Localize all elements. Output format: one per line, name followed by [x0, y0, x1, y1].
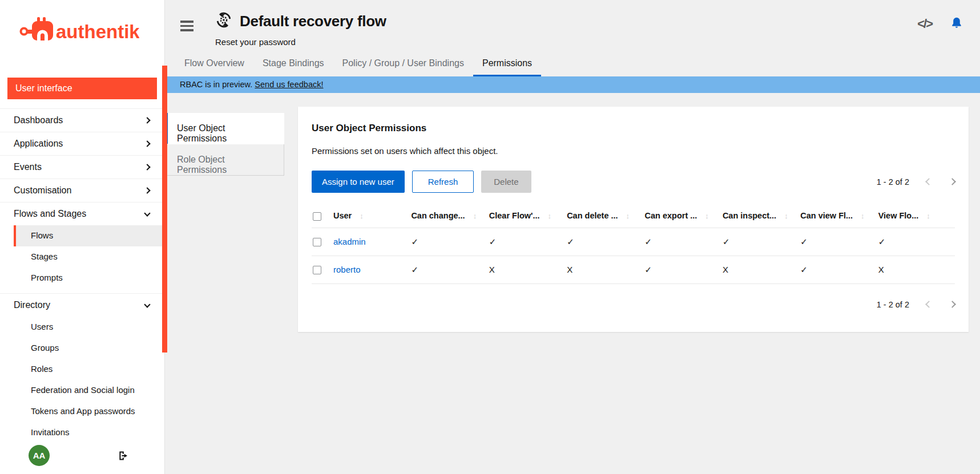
previous-page-icon[interactable]	[925, 301, 933, 308]
banner-feedback-link[interactable]: Send us feedback!	[255, 80, 323, 89]
previous-page-icon[interactable]	[925, 178, 933, 185]
notification-bell-icon[interactable]	[950, 16, 963, 32]
sidebar-subitem[interactable]: Invitations	[14, 422, 164, 440]
sidebar-section-label: Flows and Stages	[14, 209, 86, 219]
subtab-label: Role Object Permissions	[177, 155, 227, 175]
column-header[interactable]: Can view Fl...↕	[799, 204, 877, 228]
pagination-label: 1 - 2 of 2	[877, 300, 909, 309]
logo-key-ring	[21, 29, 27, 35]
permission-cell: ✓	[799, 256, 877, 283]
sort-icon[interactable]: ↕	[360, 212, 364, 220]
main-area: Default recovery flow Reset your passwor…	[164, 0, 980, 474]
sidebar-section: Customisation	[0, 179, 164, 202]
sidebar-accent-strip	[162, 66, 167, 353]
column-header[interactable]: Can delete ...↕	[566, 204, 643, 228]
next-page-icon[interactable]	[949, 301, 956, 308]
banner-text: RBAC is in preview.	[180, 80, 252, 89]
column-header-label: Can inspect...	[723, 211, 776, 220]
sidebar-section: Flows and Stages Flows Stages Prompts	[0, 202, 164, 293]
avatar[interactable]: AA	[29, 445, 50, 466]
pagination-label: 1 - 2 of 2	[877, 177, 909, 187]
select-all-checkbox[interactable]	[313, 212, 321, 221]
table-row: roberto ✓XX✓X✓X	[312, 256, 955, 283]
sidebar-subitem[interactable]: Flows	[14, 225, 164, 246]
sort-icon[interactable]: ↕	[861, 212, 865, 220]
sort-icon[interactable]: ↕	[473, 212, 477, 220]
sort-icon[interactable]: ↕	[626, 212, 630, 220]
sort-icon[interactable]: ↕	[705, 212, 709, 220]
content-area: User Object Permissions Role Object Perm…	[164, 93, 980, 474]
sort-icon[interactable]: ↕	[548, 212, 552, 220]
tab-label: Stage Bindings	[263, 58, 324, 68]
delete-button[interactable]: Delete	[481, 171, 531, 193]
permission-cell: X	[566, 256, 643, 283]
sidebar-section-header[interactable]: Customisation	[0, 179, 164, 202]
sort-icon[interactable]: ↕	[784, 212, 788, 220]
card-title: User Object Permissions	[312, 123, 955, 134]
sidebar-section-label: Events	[14, 162, 42, 172]
user-link[interactable]: roberto	[333, 265, 361, 274]
chevron-icon	[144, 187, 150, 193]
sidebar-section-label: Dashboards	[14, 115, 63, 125]
column-header[interactable]: Can export ...↕	[644, 204, 721, 228]
column-header[interactable]: View Flo...↕	[877, 204, 955, 228]
sidebar-section: Events	[0, 155, 164, 179]
column-header-label: User	[333, 211, 352, 220]
sidebar-subitem[interactable]: Groups	[14, 338, 164, 359]
sidebar-section-children: Flows Stages Prompts	[0, 225, 164, 293]
authentik-logo[interactable]: authentik	[0, 0, 164, 47]
sidebar-subitem[interactable]: Tokens and App passwords	[14, 401, 164, 422]
sidebar: authentik User interface Dashboards Appl…	[0, 0, 164, 474]
chevron-icon	[144, 301, 150, 307]
tab[interactable]: Flow Overview	[175, 52, 253, 76]
assign-to-new-user-button[interactable]: Assign to new user	[312, 171, 405, 193]
sidebar-subitem[interactable]: Prompts	[14, 268, 164, 289]
sidebar-subitem-label: Roles	[31, 364, 53, 374]
sidebar-subitem-label: Flows	[31, 230, 53, 240]
sidebar-footer: AA	[0, 440, 164, 474]
user-link[interactable]: akadmin	[333, 237, 366, 246]
chevron-icon	[144, 140, 150, 147]
tab[interactable]: Policy / Group / User Bindings	[333, 52, 473, 76]
api-code-icon[interactable]: </>	[917, 17, 932, 31]
sidebar-section-header[interactable]: Events	[0, 156, 164, 179]
tab-bar: Flow Overview Stage Bindings Policy / Gr…	[164, 52, 980, 76]
row-checkbox[interactable]	[313, 266, 321, 274]
row-checkbox[interactable]	[313, 238, 321, 246]
column-header[interactable]: Clear Flow'...↕	[488, 204, 566, 228]
subtab[interactable]: User Object Permissions	[166, 113, 284, 144]
permissions-card: User Object Permissions Permissions set …	[298, 107, 969, 332]
refresh-button[interactable]: Refresh	[412, 171, 474, 193]
permissions-table: User↕ Can change...↕ Clear Flow'...↕ Can…	[312, 204, 955, 284]
sidebar-section-header[interactable]: Dashboards	[0, 109, 164, 132]
sidebar-section-header[interactable]: Directory	[0, 294, 164, 317]
sidebar-subitem-label: Prompts	[31, 273, 63, 282]
sidebar-item-user-interface[interactable]: User interface	[7, 78, 157, 99]
column-header-label: Can view Fl...	[800, 211, 853, 220]
sidebar-section-label: Customisation	[14, 185, 71, 196]
permission-cell: X	[877, 256, 955, 283]
page-title: Default recovery flow	[240, 13, 386, 30]
logout-icon[interactable]	[118, 450, 129, 461]
subtab[interactable]: Role Object Permissions	[166, 144, 284, 176]
sidebar-section-header[interactable]: Applications	[0, 132, 164, 155]
sort-icon[interactable]: ↕	[926, 212, 930, 220]
sidebar-section: Directory Users Groups Roles Federation …	[0, 293, 164, 440]
sidebar-subitem[interactable]: Federation and Social login	[14, 380, 164, 401]
column-header-label: Can change...	[411, 211, 465, 220]
next-page-icon[interactable]	[949, 178, 956, 185]
sidebar-section: Applications	[0, 132, 164, 155]
column-header[interactable]: Can inspect...↕	[721, 204, 799, 228]
tab[interactable]: Permissions	[473, 52, 541, 76]
column-header[interactable]: User↕	[332, 204, 410, 228]
sidebar-section-header[interactable]: Flows and Stages	[0, 202, 164, 225]
rbac-preview-banner: RBAC is in preview. Send us feedback!	[164, 76, 980, 93]
sidebar-subitem[interactable]: Users	[14, 317, 164, 338]
sidebar-subitem[interactable]: Stages	[14, 246, 164, 268]
sidebar-subitem[interactable]: Roles	[14, 359, 164, 380]
app-window: authentik User interface Dashboards Appl…	[0, 0, 980, 474]
hamburger-menu-icon[interactable]	[180, 18, 193, 34]
permission-cell: ✓	[410, 256, 487, 283]
column-header[interactable]: Can change...↕	[410, 204, 487, 228]
tab[interactable]: Stage Bindings	[253, 52, 333, 76]
